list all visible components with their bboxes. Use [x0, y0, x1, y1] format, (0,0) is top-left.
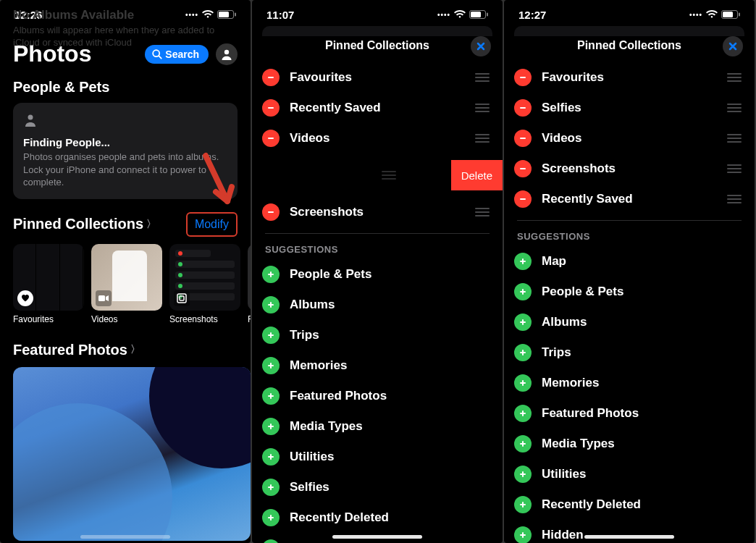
- minus-icon: [518, 73, 527, 82]
- pinned-item-screenshots[interactable]: Screenshots: [169, 244, 240, 324]
- suggestion-label: People & Pets: [542, 285, 742, 299]
- screenshot-icon: [174, 290, 190, 306]
- svg-rect-12: [268, 77, 274, 78]
- svg-point-4: [224, 49, 229, 54]
- suggestion-row: People & Pets: [252, 259, 503, 290]
- pinned-thumbnails-row[interactable]: Favourites Videos Screenshots R: [0, 243, 251, 329]
- pinned-list: Favourites Recently Saved Videos ap Dele…: [252, 62, 503, 227]
- pinned-collections-header: Pinned Collections 〉 Modify: [0, 205, 251, 243]
- add-button[interactable]: [514, 405, 532, 422]
- close-button[interactable]: [471, 36, 491, 56]
- svg-rect-42: [520, 168, 526, 169]
- pinned-row: Selfies: [504, 93, 755, 123]
- add-button[interactable]: [514, 435, 532, 452]
- suggestion-label: Trips: [542, 345, 742, 360]
- add-button[interactable]: [514, 526, 532, 543]
- add-button[interactable]: [514, 313, 532, 331]
- add-button[interactable]: [262, 479, 280, 496]
- add-button[interactable]: [514, 466, 532, 483]
- add-button[interactable]: [262, 266, 280, 283]
- add-button[interactable]: [514, 374, 532, 392]
- add-button[interactable]: [262, 357, 280, 374]
- remove-button[interactable]: [514, 99, 532, 117]
- suggestion-label: Albums: [542, 315, 742, 329]
- modal-title: Pinned Collections: [325, 39, 429, 52]
- drag-handle-icon[interactable]: [382, 171, 396, 180]
- pinned-item-more[interactable]: R: [248, 244, 251, 324]
- drag-handle-icon[interactable]: [475, 134, 490, 143]
- remove-button[interactable]: [514, 160, 532, 177]
- remove-button[interactable]: [514, 69, 532, 86]
- featured-photos-header: Featured Photos 〉: [0, 329, 251, 364]
- remove-button[interactable]: [262, 130, 280, 147]
- drag-handle-icon[interactable]: [727, 164, 742, 173]
- plus-icon: [518, 500, 527, 509]
- add-button[interactable]: [262, 327, 280, 344]
- status-bar: 11:07 ••••: [252, 0, 503, 26]
- close-button[interactable]: [723, 36, 743, 56]
- pinned-label: Videos: [542, 131, 717, 146]
- add-button[interactable]: [262, 539, 280, 543]
- remove-button[interactable]: [262, 99, 280, 117]
- featured-photo-thumbnail[interactable]: [13, 367, 251, 541]
- suggestion-row: Memories: [504, 368, 755, 398]
- add-button[interactable]: [262, 418, 280, 435]
- search-label: Search: [165, 49, 199, 60]
- pinned-item-videos[interactable]: Videos: [91, 244, 162, 324]
- plus-icon: [266, 361, 275, 370]
- drag-handle-icon[interactable]: [727, 134, 742, 143]
- add-button[interactable]: [514, 496, 532, 513]
- drag-handle-icon[interactable]: [475, 73, 490, 82]
- svg-rect-10: [471, 12, 481, 17]
- modal-header: Pinned Collections: [252, 26, 503, 62]
- pinned-item-favourites[interactable]: Favourites: [13, 244, 84, 324]
- remove-button[interactable]: [262, 69, 280, 86]
- plus-icon: [266, 392, 275, 400]
- home-indicator[interactable]: [80, 535, 170, 539]
- add-button[interactable]: [514, 283, 532, 300]
- drag-handle-icon[interactable]: [475, 208, 490, 216]
- remove-button[interactable]: [514, 190, 532, 208]
- svg-rect-11: [487, 13, 488, 17]
- svg-rect-57: [520, 443, 526, 445]
- suggestion-label: Recently Deleted: [542, 497, 742, 512]
- suggestion-label: Utilities: [542, 467, 742, 481]
- svg-rect-25: [268, 395, 274, 397]
- suggestion-label: Memories: [290, 358, 490, 373]
- drag-handle-icon[interactable]: [475, 104, 490, 112]
- remove-button[interactable]: [262, 203, 280, 221]
- svg-rect-63: [520, 534, 526, 536]
- add-button[interactable]: [262, 448, 280, 466]
- home-indicator[interactable]: [584, 535, 674, 539]
- wifi-icon: [454, 10, 466, 19]
- suggestion-row: Trips: [504, 337, 755, 368]
- minus-icon: [266, 104, 275, 112]
- svg-rect-14: [268, 138, 274, 139]
- remove-button[interactable]: [514, 130, 532, 147]
- finding-people-card: Finding People... Photos organises peopl…: [13, 103, 238, 199]
- suggestion-row: Memories: [252, 350, 503, 381]
- modify-button[interactable]: Modify: [186, 212, 238, 237]
- cellular-icon: ••••: [437, 11, 450, 19]
- add-button[interactable]: [262, 387, 280, 405]
- suggestion-label: Trips: [290, 328, 490, 342]
- suggestions-header: SUGGESTIONS: [504, 221, 755, 246]
- delete-button[interactable]: Delete: [451, 160, 503, 190]
- home-indicator[interactable]: [332, 535, 422, 539]
- add-button[interactable]: [262, 509, 280, 526]
- suggestion-label: Recently Deleted: [290, 510, 490, 525]
- add-button[interactable]: [514, 253, 532, 270]
- add-button[interactable]: [514, 344, 532, 361]
- suggestion-label: People & Pets: [290, 267, 490, 282]
- person-icon: [220, 48, 233, 61]
- drag-handle-icon[interactable]: [727, 195, 742, 203]
- drag-handle-icon[interactable]: [727, 73, 742, 82]
- svg-rect-23: [268, 365, 274, 366]
- add-button[interactable]: [262, 296, 280, 313]
- minus-icon: [266, 208, 275, 216]
- pinned-collections-title[interactable]: Pinned Collections 〉: [13, 216, 156, 232]
- featured-photos-title[interactable]: Featured Photos 〉: [13, 342, 140, 358]
- svg-rect-51: [520, 352, 526, 353]
- suggestion-row: Recently Deleted: [504, 489, 755, 520]
- drag-handle-icon[interactable]: [727, 104, 742, 112]
